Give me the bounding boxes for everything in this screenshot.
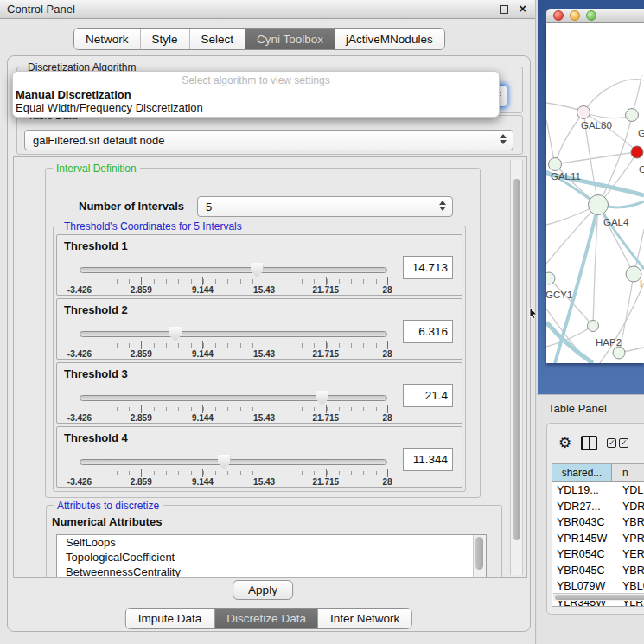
cell-shared-name[interactable]: YBL079W [552, 578, 612, 595]
float-window-icon[interactable] [500, 5, 508, 14]
cyni-toolbox-panel: Discretization Algorithm Table Data galF… [7, 55, 531, 632]
network-view-window: GAL80 G C GAL11 GAL4 GCY1 H HAP2 [538, 0, 644, 394]
slider-ticks [80, 469, 388, 477]
table-row[interactable]: YBR045C YBR0 [552, 563, 644, 579]
zoom-traffic-light-icon[interactable] [586, 10, 596, 21]
tab-label: Select [201, 33, 234, 46]
apply-button[interactable]: Apply [233, 580, 293, 600]
column-header-shared-name[interactable]: shared... [552, 464, 612, 481]
slider-ticks [80, 277, 388, 285]
table-row[interactable]: YBR043C YBR0 [552, 514, 644, 531]
cell-shared-name[interactable]: YDR27... [552, 499, 612, 515]
slider-tick-labels: -3.426 2.859 9.144 15.43 21.715 28 [80, 285, 387, 295]
numerical-attributes-label: Numerical Attributes [52, 515, 162, 528]
threshold-value-field[interactable] [403, 320, 453, 343]
mode-tab[interactable]: Discretize Data [214, 609, 318, 628]
app-root: Control Panel × Network [0, 0, 644, 644]
cell-shared-name[interactable]: YER054C [552, 546, 612, 563]
threshold-label: Threshold 4 [64, 431, 128, 444]
tab[interactable]: Select [189, 29, 245, 49]
gear-icon[interactable]: ⚙ [558, 436, 571, 450]
node-label: GCY1 [546, 290, 572, 300]
threshold-value-field[interactable] [403, 256, 453, 279]
cell-name[interactable]: YDL1 [612, 482, 644, 499]
slider-thumb[interactable] [169, 327, 182, 341]
cell-name[interactable]: YBR0 [612, 563, 644, 579]
cell-name[interactable]: YPR1 [612, 531, 644, 547]
cell-name[interactable]: YDR2 [612, 499, 644, 515]
cell-shared-name[interactable]: YPR145W [552, 531, 612, 547]
threshold-value-field[interactable] [403, 448, 453, 471]
tab[interactable]: Cyni Toolbox [245, 29, 335, 49]
network-node[interactable] [613, 347, 625, 359]
threshold-panel: Threshold 3 -3.426 2.85 [56, 362, 462, 424]
cell-name[interactable]: YBR0 [612, 514, 644, 531]
cell-shared-name[interactable]: YDL19... [552, 482, 612, 499]
tab[interactable]: Network [74, 29, 140, 49]
network-node-gal80[interactable] [577, 106, 590, 119]
tab[interactable]: Style [140, 29, 189, 49]
thresholds-group: Threshold's Coordinates for 5 Intervals … [53, 226, 466, 492]
threshold-slider[interactable] [80, 267, 387, 273]
mode-tab[interactable]: Infer Network [318, 609, 411, 628]
table-row[interactable]: YBL079W YBL0 [552, 578, 644, 595]
threshold-slider[interactable] [80, 459, 387, 465]
attribute-list-item[interactable]: BetweennessCentrality [57, 564, 486, 578]
slider-tick-labels: -3.426 2.859 9.144 15.43 21.715 28 [80, 349, 387, 359]
mode-tab-label: Infer Network [330, 612, 399, 625]
checkbox-icon[interactable]: ✓ [607, 438, 616, 448]
threshold-panel: Threshold 1 -3.426 2.85 [56, 234, 462, 296]
mode-tab-label: Impute Data [138, 612, 202, 625]
node-label: GAL4 [603, 217, 629, 227]
table-data-selected-value: galFiltered.sif default node [33, 134, 164, 147]
network-node-hap2[interactable] [588, 321, 599, 332]
number-of-intervals-value: 5 [206, 201, 212, 214]
table-data-group: Table Data galFiltered.sif default node [16, 115, 523, 155]
network-node-gcy1[interactable] [546, 272, 555, 284]
column-header-name[interactable]: n [612, 464, 644, 481]
slider-thumb[interactable] [218, 455, 231, 469]
threshold-slider[interactable] [80, 331, 387, 337]
select-columns-icons[interactable]: ✓ ✓ [607, 438, 628, 448]
cell-shared-name[interactable]: YBR043C [552, 514, 612, 531]
dropdown-option[interactable]: Manual Discretization [13, 88, 499, 101]
threshold-panel: Threshold 4 -3.426 2.85 [56, 426, 462, 488]
slider-thumb[interactable] [251, 263, 264, 277]
table-data-select[interactable]: galFiltered.sif default node [24, 130, 513, 150]
table-row[interactable]: YDR27... YDR2 [552, 499, 644, 515]
mode-tab[interactable]: Impute Data [126, 609, 214, 628]
settings-scrollbar[interactable] [510, 160, 523, 575]
checkbox-icon[interactable]: ✓ [619, 438, 628, 448]
tab[interactable]: jActiveMNodules [335, 29, 444, 49]
node-label: H [640, 278, 644, 289]
network-node-gal4[interactable] [589, 195, 609, 215]
control-panel-title: Control Panel [7, 3, 75, 16]
table-horizontal-scrollbar[interactable] [553, 593, 644, 601]
cell-name[interactable]: YER0 [612, 546, 644, 563]
number-of-intervals-select[interactable]: 5 [197, 196, 453, 217]
threshold-slider[interactable] [80, 395, 387, 401]
table-row[interactable]: YPR145W YPR1 [552, 531, 644, 547]
minimize-traffic-light-icon[interactable] [570, 10, 580, 21]
table-row[interactable]: YER054C YER0 [552, 546, 644, 563]
close-traffic-light-icon[interactable] [553, 10, 564, 21]
attributes-list-scrollbar[interactable] [473, 535, 486, 578]
slider-ticks [80, 405, 388, 413]
network-canvas[interactable]: GAL80 G C GAL11 GAL4 GCY1 H HAP2 [546, 23, 644, 363]
network-node-selected[interactable] [631, 146, 643, 158]
columns-icon[interactable] [581, 436, 597, 450]
dropdown-option[interactable]: Equal Width/Frequency Discretization [13, 101, 499, 114]
slider-thumb[interactable] [316, 391, 328, 405]
table-row[interactable]: YDL19... YDL1 [552, 482, 644, 499]
network-node-gal11[interactable] [549, 158, 562, 171]
cell-name[interactable]: YBL0 [612, 578, 644, 595]
threshold-value-field[interactable] [403, 384, 453, 407]
close-icon[interactable]: × [519, 1, 526, 16]
attribute-list-item[interactable]: SelfLoops [57, 535, 486, 550]
network-node[interactable] [626, 109, 639, 122]
attribute-list-item[interactable]: TopologicalCoefficient [57, 550, 486, 564]
tab-label: jActiveMNodules [346, 33, 433, 46]
cell-shared-name[interactable]: YBR045C [552, 563, 612, 579]
node-label: G [638, 128, 644, 138]
mode-tab-label: Discretize Data [226, 612, 306, 625]
